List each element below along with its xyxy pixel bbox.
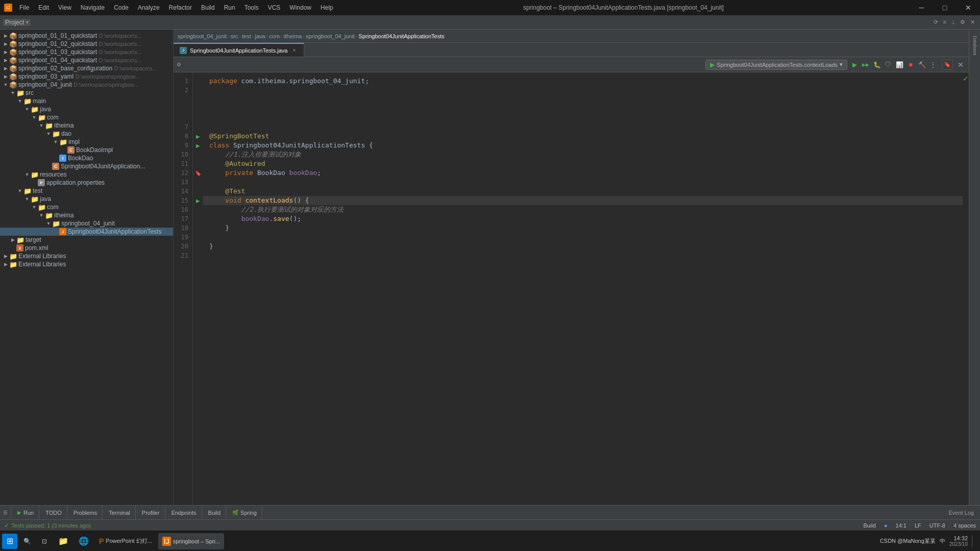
menu-navigate[interactable]: Navigate	[77, 3, 109, 12]
breadcrumb-item[interactable]: com	[269, 33, 280, 39]
list-item[interactable]: 📁 src	[0, 89, 173, 97]
run-test-gutter-icon[interactable]: ▶	[193, 196, 203, 205]
editor-body[interactable]: 1 2 7 8 9 10 11 12 13 14 15	[174, 72, 969, 505]
taskbar-intellij[interactable]: IJ springboot – Spri...	[158, 533, 224, 549]
run-button[interactable]: ▶	[849, 60, 860, 70]
encoding[interactable]: UTF-8	[929, 522, 945, 529]
list-item[interactable]: 📁 main	[0, 97, 173, 105]
menu-code[interactable]: Code	[110, 3, 133, 12]
breadcrumb-item[interactable]: test	[242, 33, 251, 39]
run-config-dropdown[interactable]: ▶ Springboot04JunitApplicationTests.cont…	[705, 60, 847, 70]
list-item[interactable]: 📁 resources	[0, 170, 173, 179]
collapse-all-icon[interactable]: ≡	[941, 18, 948, 27]
indent[interactable]: 4 spaces	[953, 522, 976, 529]
breadcrumb-item[interactable]: java	[255, 33, 265, 39]
settings-icon[interactable]: ⚙	[958, 18, 967, 27]
maximize-button[interactable]: □	[933, 0, 957, 15]
tab-run[interactable]: ▶ Run	[12, 506, 39, 519]
breadcrumb-item[interactable]: springboot_04_junit	[178, 33, 227, 39]
menu-tools[interactable]: Tools	[240, 3, 263, 12]
run-coverage-button[interactable]: ⛉	[883, 60, 893, 70]
list-item[interactable]: 📁 com	[0, 203, 173, 211]
taskbar-browser[interactable]: 🌐	[75, 533, 93, 549]
menu-edit[interactable]: Edit	[34, 3, 53, 12]
breadcrumb-item[interactable]: itheima	[284, 33, 302, 39]
menu-view[interactable]: View	[54, 3, 76, 12]
bookmark-gutter-icon[interactable]: 🔖	[193, 168, 203, 178]
list-item[interactable]: 📁 itheima	[0, 121, 173, 130]
tab-todo[interactable]: TODO	[40, 506, 67, 519]
list-item[interactable]: X pom.xml	[0, 244, 173, 252]
tab-close-button[interactable]: ×	[290, 47, 298, 54]
run-test-gutter-icon[interactable]: ▶	[193, 141, 203, 150]
event-log-button[interactable]: Event Log	[948, 510, 974, 516]
build-label[interactable]: Build	[863, 522, 875, 529]
tab-build[interactable]: Build	[203, 506, 226, 519]
close-button[interactable]: ✕	[957, 0, 980, 15]
list-item[interactable]: 📦 springboot_02_base_configuration D:\wo…	[0, 64, 173, 72]
build-button[interactable]: 🔨	[917, 60, 927, 70]
menu-build[interactable]: Build	[197, 3, 219, 12]
list-item[interactable]: 📦 springboot_01_01_quickstart D:\workspa…	[0, 32, 173, 40]
list-item[interactable]: 📁 External Libraries	[0, 252, 173, 260]
breadcrumb-item[interactable]: springboot_04_junit	[306, 33, 355, 39]
close-panel-icon[interactable]: ✕	[968, 18, 977, 27]
run-test-gutter-icon[interactable]: ▶	[193, 132, 203, 141]
list-item[interactable]: 📦 springboot_01_04_quickstart D:\workspa…	[0, 56, 173, 64]
list-item[interactable]: 📁 dao	[0, 130, 173, 138]
code-editor[interactable]: package com.itheima.springboot_04_junit;…	[203, 72, 963, 505]
list-item[interactable]: 📁 impl	[0, 138, 173, 146]
tab-terminal[interactable]: Terminal	[104, 506, 136, 519]
tab-profiler[interactable]: Profiler	[137, 506, 165, 519]
tab-spring[interactable]: 🌿 Spring	[227, 506, 262, 519]
list-item[interactable]: 📁 springboot_04_junit	[0, 219, 173, 228]
expand-icon[interactable]: ⟂	[949, 18, 957, 27]
left-sidebar-toggle[interactable]: ☰	[0, 506, 11, 519]
line-separator[interactable]: LF	[915, 522, 921, 529]
more-button[interactable]: ⋮	[928, 60, 938, 70]
taskbar-powerpoint[interactable]: P PowerPoint 幻灯...	[95, 533, 156, 549]
editor-tab[interactable]: J Springboot04JunitApplicationTests.java…	[174, 43, 304, 57]
breadcrumb-item[interactable]: Springboot04JunitApplicationTests	[359, 33, 445, 39]
ime-indicator[interactable]: 中	[940, 537, 945, 545]
list-item[interactable]: 📁 External Libraries	[0, 260, 173, 268]
menu-refactor[interactable]: Refactor	[165, 3, 196, 12]
breadcrumb-item[interactable]: src	[231, 33, 238, 39]
debug-run-button[interactable]: ▶▶	[861, 60, 871, 70]
menu-file[interactable]: File	[15, 3, 33, 12]
profile-button[interactable]: 📊	[894, 60, 904, 70]
menu-vcs[interactable]: VCS	[264, 3, 285, 12]
close-run-bar-button[interactable]: ✕	[955, 60, 966, 70]
minimize-button[interactable]: ─	[910, 0, 933, 15]
tab-endpoints[interactable]: Endpoints	[166, 506, 202, 519]
refresh-icon[interactable]: ⟳	[932, 18, 940, 27]
taskbar-file-manager[interactable]: 📁	[54, 533, 72, 549]
list-item[interactable]: 📁 target	[0, 236, 173, 244]
list-item[interactable]: 📁 itheima	[0, 211, 173, 219]
debug-button[interactable]: 🐛	[872, 60, 882, 70]
list-item[interactable]: 📁 java	[0, 195, 173, 203]
list-item[interactable]: 📦 springboot_01_03_quickstart D:\workspa…	[0, 48, 173, 56]
list-item[interactable]: C Springboot04JunitApplication...	[0, 162, 173, 170]
list-item[interactable]: 📦 springboot_03_yaml D:\workspace\spring…	[0, 72, 173, 81]
bookmark-icon[interactable]: 🔖	[942, 60, 952, 70]
menu-analyze[interactable]: Analyze	[134, 3, 164, 12]
menu-window[interactable]: Window	[285, 3, 315, 12]
list-item[interactable]: 📦 springboot_04_junit D:\workspace\sprin…	[0, 81, 173, 89]
list-item[interactable]: 📦 springboot_01_02_quickstart D:\workspa…	[0, 40, 173, 48]
list-item[interactable]: 📁 com	[0, 113, 173, 121]
list-item[interactable]: I BookDao	[0, 154, 173, 162]
taskview-button[interactable]: ⊡	[37, 534, 52, 549]
sidebar-item-database[interactable]: Database	[971, 34, 978, 58]
show-desktop-button[interactable]	[972, 535, 974, 547]
list-item[interactable]: 📁 java	[0, 105, 173, 113]
stop-button[interactable]: ■	[905, 60, 916, 70]
menu-run[interactable]: Run	[220, 3, 239, 12]
start-button[interactable]: ⊞	[2, 534, 17, 549]
list-item[interactable]: 📁 test	[0, 187, 173, 195]
list-item[interactable]: P application.properties	[0, 179, 173, 187]
tab-problems[interactable]: Problems	[68, 506, 103, 519]
list-item[interactable]: C BookDaoImpl	[0, 146, 173, 154]
project-dropdown[interactable]: Project ▾	[3, 19, 31, 26]
list-item[interactable]: J Springboot04JunitApplicationTests	[0, 228, 173, 236]
